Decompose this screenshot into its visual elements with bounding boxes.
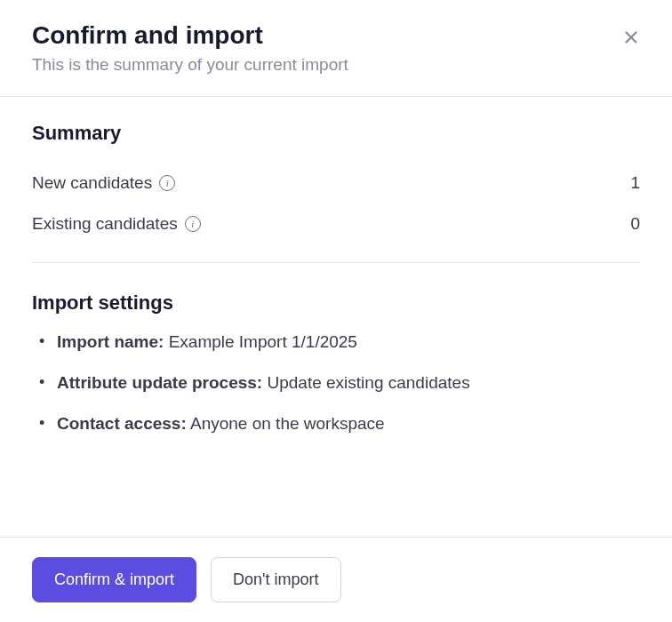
import-settings-list: Import name: Example Import 1/1/2025 Att… [32, 332, 640, 434]
divider [32, 262, 640, 263]
summary-row-existing-candidates: Existing candidates i 0 [32, 203, 640, 244]
confirm-import-button[interactable]: Confirm & import [32, 557, 196, 602]
close-icon [621, 28, 641, 47]
setting-key: Attribute update process: [57, 373, 262, 392]
info-icon[interactable]: i [185, 216, 201, 232]
modal-footer: Confirm & import Don't import [0, 537, 672, 622]
setting-contact-access: Contact access: Anyone on the workspace [32, 414, 640, 434]
summary-row-new-candidates: New candidates i 1 [32, 163, 640, 203]
new-candidates-value: 1 [630, 173, 640, 193]
modal-subtitle: This is the summary of your current impo… [32, 55, 640, 75]
setting-import-name: Import name: Example Import 1/1/2025 [32, 332, 640, 352]
setting-attribute-update: Attribute update process: Update existin… [32, 373, 640, 393]
existing-candidates-value: 0 [630, 214, 640, 234]
setting-key: Import name: [57, 332, 164, 351]
modal-body: Summary New candidates i 1 Existing cand… [0, 97, 672, 537]
existing-candidates-label: Existing candidates [32, 214, 178, 234]
modal-header: Confirm and import This is the summary o… [0, 0, 672, 97]
modal-title: Confirm and import [32, 21, 640, 50]
close-button[interactable] [619, 25, 644, 50]
summary-label: Existing candidates i [32, 214, 201, 234]
setting-value: Update existing candidates [267, 373, 469, 392]
setting-value: Anyone on the workspace [190, 414, 385, 433]
setting-value: Example Import 1/1/2025 [169, 332, 357, 351]
new-candidates-label: New candidates [32, 173, 152, 193]
info-icon[interactable]: i [159, 175, 175, 191]
import-settings-heading: Import settings [32, 291, 640, 315]
setting-key: Contact access: [57, 414, 187, 433]
summary-label: New candidates i [32, 173, 175, 193]
summary-heading: Summary [32, 122, 640, 145]
dont-import-button[interactable]: Don't import [211, 557, 340, 602]
confirm-import-modal: Confirm and import This is the summary o… [0, 0, 672, 622]
